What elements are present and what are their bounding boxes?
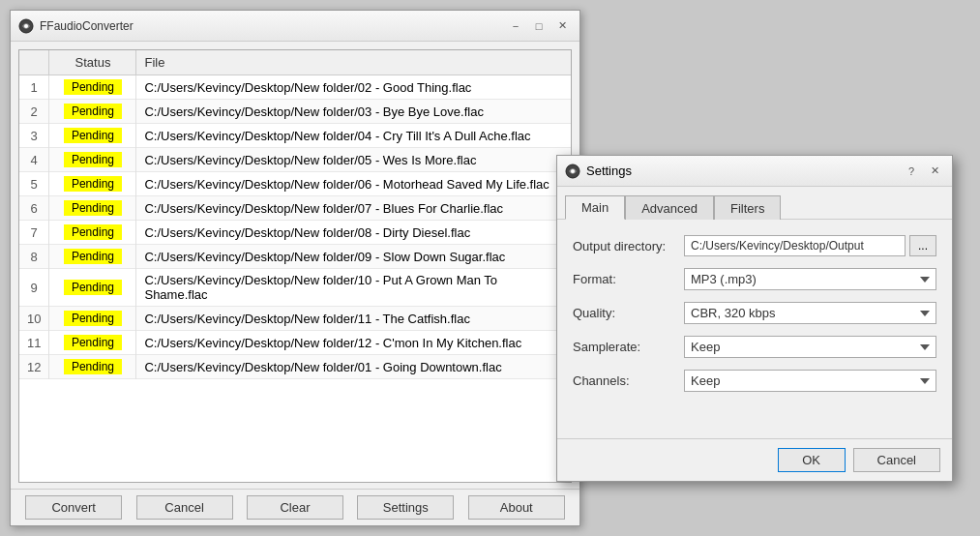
main-window: FFaudioConverter − □ ✕ Status File 1 Pen… — [10, 10, 580, 526]
row-file: C:/Users/Kevincy/Desktop/New folder/08 -… — [136, 221, 571, 245]
status-badge: Pending — [64, 224, 122, 240]
format-row: Format: MP3 (.mp3)FLAC (.flac)OGG (.ogg)… — [573, 268, 936, 290]
row-file: C:/Users/Kevincy/Desktop/New folder/07 -… — [136, 196, 571, 221]
main-title-bar: FFaudioConverter − □ ✕ — [11, 11, 579, 42]
close-button[interactable]: ✕ — [552, 16, 572, 36]
status-badge: Pending — [64, 311, 122, 326]
minimize-button[interactable]: − — [506, 16, 525, 36]
row-status: Pending — [49, 172, 136, 196]
channels-control: KeepMonoStereo — [684, 370, 936, 392]
table-row[interactable]: 8 Pending C:/Users/Kevincy/Desktop/New f… — [19, 245, 571, 269]
row-status: Pending — [49, 124, 136, 148]
col-header-num — [19, 50, 49, 75]
table-header-row: Status File — [19, 50, 571, 75]
format-control: MP3 (.mp3)FLAC (.flac)OGG (.ogg)WAV (.wa… — [684, 268, 936, 290]
tab-filters[interactable]: Filters — [714, 195, 781, 220]
row-num: 3 — [19, 124, 49, 148]
table-row[interactable]: 12 Pending C:/Users/Kevincy/Desktop/New … — [19, 355, 571, 379]
table-row[interactable]: 3 Pending C:/Users/Kevincy/Desktop/New f… — [19, 124, 571, 148]
col-header-status: Status — [49, 50, 136, 75]
settings-button[interactable]: Settings — [357, 495, 454, 520]
settings-form: Output directory: ... Format: MP3 (.mp3)… — [557, 220, 952, 411]
dialog-cancel-button[interactable]: Cancel — [853, 448, 940, 472]
row-status: Pending — [49, 245, 136, 269]
samplerate-label: Samplerate: — [573, 340, 684, 354]
row-num: 8 — [19, 245, 49, 269]
table-row[interactable]: 1 Pending C:/Users/Kevincy/Desktop/New f… — [19, 75, 571, 100]
ok-button[interactable]: OK — [778, 448, 846, 472]
output-dir-group: ... — [684, 235, 936, 256]
status-badge: Pending — [64, 249, 122, 264]
main-window-title: FFaudioConverter — [40, 19, 134, 33]
quality-dropdown[interactable]: CBR, 320 kbpsCBR, 256 kbpsCBR, 192 kbpsC… — [684, 302, 936, 324]
tab-main[interactable]: Main — [565, 195, 625, 220]
samplerate-dropdown[interactable]: Keep8000 Hz11025 Hz22050 Hz44100 Hz48000… — [684, 336, 936, 358]
output-dir-label: Output directory: — [573, 239, 684, 253]
settings-dialog: Settings ? ✕ Main Advanced Filters Outpu… — [556, 155, 953, 482]
row-num: 1 — [19, 75, 49, 100]
row-status: Pending — [49, 148, 136, 172]
browse-button[interactable]: ... — [909, 235, 936, 256]
output-dir-input[interactable] — [684, 235, 906, 256]
row-status: Pending — [49, 196, 136, 221]
table-row[interactable]: 4 Pending C:/Users/Kevincy/Desktop/New f… — [19, 148, 571, 172]
file-table-container: Status File 1 Pending C:/Users/Kevincy/D… — [18, 49, 572, 483]
table-row[interactable]: 9 Pending C:/Users/Kevincy/Desktop/New f… — [19, 269, 571, 307]
row-file: C:/Users/Kevincy/Desktop/New folder/01 -… — [136, 355, 571, 379]
settings-tabs-bar: Main Advanced Filters — [557, 187, 952, 220]
row-status: Pending — [49, 221, 136, 245]
title-bar-controls: − □ ✕ — [506, 16, 572, 36]
quality-control: CBR, 320 kbpsCBR, 256 kbpsCBR, 192 kbpsC… — [684, 302, 936, 324]
status-badge: Pending — [64, 128, 122, 143]
row-num: 5 — [19, 172, 49, 196]
table-row[interactable]: 6 Pending C:/Users/Kevincy/Desktop/New f… — [19, 196, 571, 221]
col-header-file: File — [136, 50, 571, 75]
row-file: C:/Users/Kevincy/Desktop/New folder/06 -… — [136, 172, 571, 196]
channels-dropdown[interactable]: KeepMonoStereo — [684, 370, 936, 392]
table-row[interactable]: 10 Pending C:/Users/Kevincy/Desktop/New … — [19, 307, 571, 331]
bottom-toolbar: Convert Cancel Clear Settings About — [11, 489, 579, 525]
dialog-title-bar: Settings ? ✕ — [557, 156, 952, 187]
samplerate-row: Samplerate: Keep8000 Hz11025 Hz22050 Hz4… — [573, 336, 936, 358]
row-num: 12 — [19, 355, 49, 379]
maximize-button[interactable]: □ — [529, 16, 549, 36]
status-badge: Pending — [64, 176, 122, 192]
row-status: Pending — [49, 355, 136, 379]
table-row[interactable]: 2 Pending C:/Users/Kevincy/Desktop/New f… — [19, 100, 571, 124]
status-badge: Pending — [64, 79, 122, 95]
table-row[interactable]: 11 Pending C:/Users/Kevincy/Desktop/New … — [19, 331, 571, 355]
status-badge: Pending — [64, 152, 122, 167]
row-status: Pending — [49, 331, 136, 355]
title-bar-left: FFaudioConverter — [18, 18, 134, 34]
row-num: 10 — [19, 307, 49, 331]
row-file: C:/Users/Kevincy/Desktop/New folder/04 -… — [136, 124, 571, 148]
row-status: Pending — [49, 269, 136, 307]
row-num: 6 — [19, 196, 49, 221]
row-num: 4 — [19, 148, 49, 172]
row-status: Pending — [49, 100, 136, 124]
row-num: 11 — [19, 331, 49, 355]
format-dropdown[interactable]: MP3 (.mp3)FLAC (.flac)OGG (.ogg)WAV (.wa… — [684, 268, 936, 290]
row-status: Pending — [49, 75, 136, 100]
status-badge: Pending — [64, 200, 122, 216]
dialog-footer: OK Cancel — [557, 438, 952, 481]
about-button[interactable]: About — [468, 495, 565, 520]
table-row[interactable]: 5 Pending C:/Users/Kevincy/Desktop/New f… — [19, 172, 571, 196]
app-icon — [18, 18, 34, 34]
row-num: 9 — [19, 269, 49, 307]
file-table: Status File 1 Pending C:/Users/Kevincy/D… — [19, 50, 571, 379]
dialog-app-icon — [565, 164, 580, 179]
dialog-close-button[interactable]: ✕ — [925, 162, 944, 181]
help-button[interactable]: ? — [902, 162, 921, 181]
channels-label: Channels: — [573, 373, 684, 388]
dialog-title-controls: ? ✕ — [902, 162, 944, 181]
dialog-title: Settings — [586, 164, 632, 178]
clear-button[interactable]: Clear — [247, 495, 343, 520]
tab-advanced[interactable]: Advanced — [625, 195, 714, 220]
table-row[interactable]: 7 Pending C:/Users/Kevincy/Desktop/New f… — [19, 221, 571, 245]
convert-button[interactable]: Convert — [25, 495, 122, 520]
cancel-button[interactable]: Cancel — [136, 495, 233, 520]
quality-row: Quality: CBR, 320 kbpsCBR, 256 kbpsCBR, … — [573, 302, 936, 324]
row-file: C:/Users/Kevincy/Desktop/New folder/03 -… — [136, 100, 571, 124]
row-file: C:/Users/Kevincy/Desktop/New folder/10 -… — [136, 269, 571, 307]
